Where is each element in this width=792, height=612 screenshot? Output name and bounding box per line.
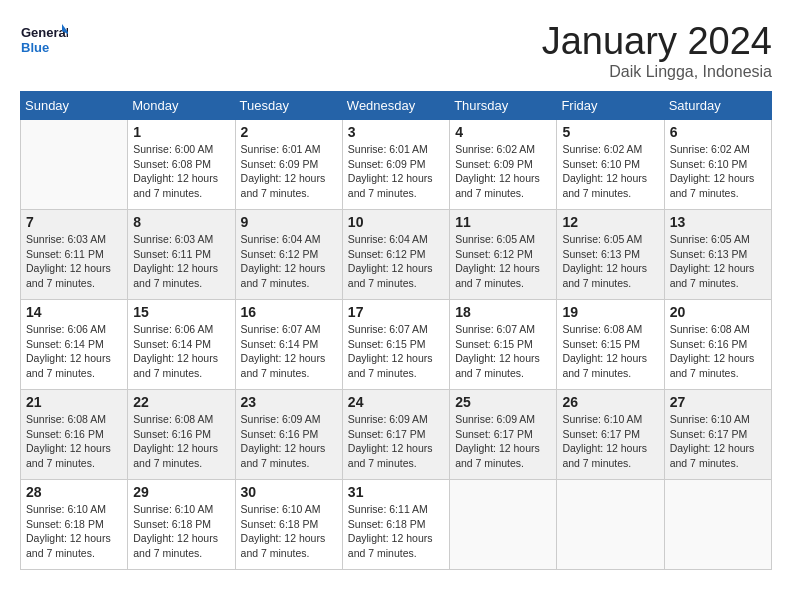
weekday-header-tuesday: Tuesday — [235, 92, 342, 120]
day-detail: Sunrise: 6:06 AMSunset: 6:14 PMDaylight:… — [26, 322, 122, 381]
day-number: 21 — [26, 394, 122, 410]
day-number: 4 — [455, 124, 551, 140]
day-detail: Sunrise: 6:09 AMSunset: 6:17 PMDaylight:… — [348, 412, 444, 471]
calendar-cell: 17Sunrise: 6:07 AMSunset: 6:15 PMDayligh… — [342, 300, 449, 390]
svg-text:General: General — [21, 25, 68, 40]
day-number: 3 — [348, 124, 444, 140]
day-number: 25 — [455, 394, 551, 410]
logo: General Blue — [20, 20, 68, 60]
weekday-header-wednesday: Wednesday — [342, 92, 449, 120]
day-number: 16 — [241, 304, 337, 320]
day-number: 28 — [26, 484, 122, 500]
day-detail: Sunrise: 6:01 AMSunset: 6:09 PMDaylight:… — [348, 142, 444, 201]
calendar-cell: 20Sunrise: 6:08 AMSunset: 6:16 PMDayligh… — [664, 300, 771, 390]
day-detail: Sunrise: 6:10 AMSunset: 6:18 PMDaylight:… — [241, 502, 337, 561]
calendar-cell: 4Sunrise: 6:02 AMSunset: 6:09 PMDaylight… — [450, 120, 557, 210]
day-detail: Sunrise: 6:08 AMSunset: 6:16 PMDaylight:… — [26, 412, 122, 471]
week-row-5: 28Sunrise: 6:10 AMSunset: 6:18 PMDayligh… — [21, 480, 772, 570]
calendar-cell — [21, 120, 128, 210]
day-number: 7 — [26, 214, 122, 230]
day-number: 9 — [241, 214, 337, 230]
calendar-cell: 28Sunrise: 6:10 AMSunset: 6:18 PMDayligh… — [21, 480, 128, 570]
calendar-cell: 23Sunrise: 6:09 AMSunset: 6:16 PMDayligh… — [235, 390, 342, 480]
day-number: 2 — [241, 124, 337, 140]
weekday-header-monday: Monday — [128, 92, 235, 120]
day-detail: Sunrise: 6:01 AMSunset: 6:09 PMDaylight:… — [241, 142, 337, 201]
calendar-cell: 27Sunrise: 6:10 AMSunset: 6:17 PMDayligh… — [664, 390, 771, 480]
week-row-3: 14Sunrise: 6:06 AMSunset: 6:14 PMDayligh… — [21, 300, 772, 390]
day-detail: Sunrise: 6:07 AMSunset: 6:14 PMDaylight:… — [241, 322, 337, 381]
svg-text:Blue: Blue — [21, 40, 49, 55]
calendar-cell: 25Sunrise: 6:09 AMSunset: 6:17 PMDayligh… — [450, 390, 557, 480]
day-number: 29 — [133, 484, 229, 500]
day-number: 19 — [562, 304, 658, 320]
day-detail: Sunrise: 6:03 AMSunset: 6:11 PMDaylight:… — [133, 232, 229, 291]
day-detail: Sunrise: 6:05 AMSunset: 6:13 PMDaylight:… — [562, 232, 658, 291]
calendar-cell: 5Sunrise: 6:02 AMSunset: 6:10 PMDaylight… — [557, 120, 664, 210]
calendar-cell: 11Sunrise: 6:05 AMSunset: 6:12 PMDayligh… — [450, 210, 557, 300]
calendar-cell: 2Sunrise: 6:01 AMSunset: 6:09 PMDaylight… — [235, 120, 342, 210]
calendar-cell: 30Sunrise: 6:10 AMSunset: 6:18 PMDayligh… — [235, 480, 342, 570]
calendar-cell — [450, 480, 557, 570]
calendar-cell: 29Sunrise: 6:10 AMSunset: 6:18 PMDayligh… — [128, 480, 235, 570]
day-number: 27 — [670, 394, 766, 410]
title-block: January 2024 Daik Lingga, Indonesia — [542, 20, 772, 81]
calendar-cell: 14Sunrise: 6:06 AMSunset: 6:14 PMDayligh… — [21, 300, 128, 390]
calendar-cell: 8Sunrise: 6:03 AMSunset: 6:11 PMDaylight… — [128, 210, 235, 300]
day-number: 24 — [348, 394, 444, 410]
day-number: 14 — [26, 304, 122, 320]
calendar-cell: 10Sunrise: 6:04 AMSunset: 6:12 PMDayligh… — [342, 210, 449, 300]
day-detail: Sunrise: 6:02 AMSunset: 6:10 PMDaylight:… — [670, 142, 766, 201]
day-number: 5 — [562, 124, 658, 140]
calendar-cell: 18Sunrise: 6:07 AMSunset: 6:15 PMDayligh… — [450, 300, 557, 390]
day-detail: Sunrise: 6:09 AMSunset: 6:16 PMDaylight:… — [241, 412, 337, 471]
calendar-cell: 16Sunrise: 6:07 AMSunset: 6:14 PMDayligh… — [235, 300, 342, 390]
day-number: 30 — [241, 484, 337, 500]
day-number: 23 — [241, 394, 337, 410]
day-number: 10 — [348, 214, 444, 230]
day-number: 31 — [348, 484, 444, 500]
calendar-cell: 26Sunrise: 6:10 AMSunset: 6:17 PMDayligh… — [557, 390, 664, 480]
day-detail: Sunrise: 6:07 AMSunset: 6:15 PMDaylight:… — [455, 322, 551, 381]
day-detail: Sunrise: 6:10 AMSunset: 6:17 PMDaylight:… — [562, 412, 658, 471]
day-number: 8 — [133, 214, 229, 230]
day-detail: Sunrise: 6:10 AMSunset: 6:18 PMDaylight:… — [26, 502, 122, 561]
calendar-cell: 22Sunrise: 6:08 AMSunset: 6:16 PMDayligh… — [128, 390, 235, 480]
day-detail: Sunrise: 6:02 AMSunset: 6:10 PMDaylight:… — [562, 142, 658, 201]
day-number: 18 — [455, 304, 551, 320]
weekday-header-row: SundayMondayTuesdayWednesdayThursdayFrid… — [21, 92, 772, 120]
day-detail: Sunrise: 6:04 AMSunset: 6:12 PMDaylight:… — [241, 232, 337, 291]
day-detail: Sunrise: 6:02 AMSunset: 6:09 PMDaylight:… — [455, 142, 551, 201]
day-number: 11 — [455, 214, 551, 230]
calendar-cell: 15Sunrise: 6:06 AMSunset: 6:14 PMDayligh… — [128, 300, 235, 390]
weekday-header-friday: Friday — [557, 92, 664, 120]
weekday-header-saturday: Saturday — [664, 92, 771, 120]
day-number: 22 — [133, 394, 229, 410]
week-row-2: 7Sunrise: 6:03 AMSunset: 6:11 PMDaylight… — [21, 210, 772, 300]
week-row-1: 1Sunrise: 6:00 AMSunset: 6:08 PMDaylight… — [21, 120, 772, 210]
calendar-cell: 21Sunrise: 6:08 AMSunset: 6:16 PMDayligh… — [21, 390, 128, 480]
day-number: 20 — [670, 304, 766, 320]
calendar-cell: 9Sunrise: 6:04 AMSunset: 6:12 PMDaylight… — [235, 210, 342, 300]
day-detail: Sunrise: 6:05 AMSunset: 6:13 PMDaylight:… — [670, 232, 766, 291]
day-detail: Sunrise: 6:08 AMSunset: 6:16 PMDaylight:… — [670, 322, 766, 381]
calendar-cell: 1Sunrise: 6:00 AMSunset: 6:08 PMDaylight… — [128, 120, 235, 210]
day-detail: Sunrise: 6:05 AMSunset: 6:12 PMDaylight:… — [455, 232, 551, 291]
month-title: January 2024 — [542, 20, 772, 63]
day-detail: Sunrise: 6:07 AMSunset: 6:15 PMDaylight:… — [348, 322, 444, 381]
day-detail: Sunrise: 6:00 AMSunset: 6:08 PMDaylight:… — [133, 142, 229, 201]
day-detail: Sunrise: 6:10 AMSunset: 6:18 PMDaylight:… — [133, 502, 229, 561]
day-number: 1 — [133, 124, 229, 140]
calendar-cell: 24Sunrise: 6:09 AMSunset: 6:17 PMDayligh… — [342, 390, 449, 480]
day-detail: Sunrise: 6:09 AMSunset: 6:17 PMDaylight:… — [455, 412, 551, 471]
calendar-cell — [557, 480, 664, 570]
calendar-table: SundayMondayTuesdayWednesdayThursdayFrid… — [20, 91, 772, 570]
weekday-header-sunday: Sunday — [21, 92, 128, 120]
page-header: General Blue January 2024 Daik Lingga, I… — [20, 20, 772, 81]
day-detail: Sunrise: 6:06 AMSunset: 6:14 PMDaylight:… — [133, 322, 229, 381]
day-number: 6 — [670, 124, 766, 140]
calendar-cell: 13Sunrise: 6:05 AMSunset: 6:13 PMDayligh… — [664, 210, 771, 300]
week-row-4: 21Sunrise: 6:08 AMSunset: 6:16 PMDayligh… — [21, 390, 772, 480]
calendar-cell: 12Sunrise: 6:05 AMSunset: 6:13 PMDayligh… — [557, 210, 664, 300]
calendar-cell: 6Sunrise: 6:02 AMSunset: 6:10 PMDaylight… — [664, 120, 771, 210]
